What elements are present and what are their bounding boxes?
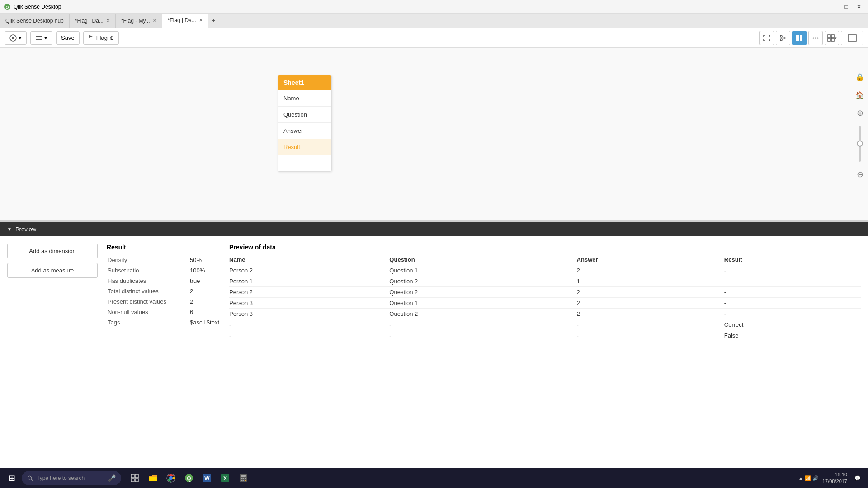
start-button[interactable]: ⊞ bbox=[4, 470, 20, 486]
data-table-cell: - bbox=[389, 330, 576, 341]
svg-text:X: X bbox=[223, 475, 227, 482]
sheet-node-header: Sheet1 bbox=[278, 75, 331, 90]
minimize-button[interactable]: — bbox=[828, 1, 839, 12]
taskbar-apps: Q W X bbox=[127, 470, 251, 486]
panel-icon bbox=[848, 34, 857, 42]
sheet-field-empty bbox=[278, 155, 331, 171]
sheet-node[interactable]: Sheet1 Name Question Answer Result bbox=[278, 75, 332, 172]
time-display: 16:10 bbox=[822, 471, 847, 478]
search-input[interactable] bbox=[37, 475, 104, 481]
add-dimension-button[interactable]: Add as dimension bbox=[7, 244, 98, 258]
qlik-taskbar-button[interactable]: Q bbox=[181, 470, 197, 486]
zoom-slider[interactable] bbox=[859, 126, 861, 162]
stats-value: true bbox=[190, 276, 219, 286]
stats-row: Density50% bbox=[108, 255, 219, 265]
add-measure-button[interactable]: Add as measure bbox=[7, 263, 98, 278]
layout-icon bbox=[796, 34, 803, 42]
resize-bar[interactable] bbox=[0, 220, 868, 222]
data-table-cell: Correct bbox=[724, 319, 861, 330]
preview-header[interactable]: ▼ Preview bbox=[0, 222, 868, 236]
data-table-cell: - bbox=[724, 276, 861, 287]
data-table-row: Person 1Question 21- bbox=[229, 276, 861, 287]
preview-data: Preview of data NameQuestionAnswerResult… bbox=[229, 244, 861, 341]
svg-rect-17 bbox=[828, 35, 830, 38]
data-table-cell: Question 1 bbox=[389, 265, 576, 276]
flag-label: Flag bbox=[96, 34, 108, 41]
data-table-header-row: NameQuestionAnswerResult bbox=[229, 254, 861, 265]
chrome-button[interactable] bbox=[163, 470, 179, 486]
data-table-header-cell: Result bbox=[724, 254, 861, 265]
word-button[interactable]: W bbox=[199, 470, 215, 486]
sheet-title: Sheet1 bbox=[283, 79, 304, 86]
save-label: Save bbox=[61, 34, 75, 41]
tab-flag-da-1[interactable]: *Flag | Da... ✕ bbox=[70, 14, 116, 28]
insight-label: ▾ bbox=[19, 34, 22, 41]
stats-label: Tags bbox=[108, 318, 189, 327]
stats-row: Tags$ascii $text bbox=[108, 318, 219, 327]
zoom-out-icon[interactable]: ⊖ bbox=[854, 169, 865, 180]
data-table-cell: - bbox=[577, 319, 724, 330]
list-view-button[interactable]: ▾ bbox=[30, 31, 52, 45]
close-button[interactable]: ✕ bbox=[854, 1, 864, 12]
tab-flag-da-2-label: *Flag | Da... bbox=[168, 17, 196, 23]
data-table-cell: Person 3 bbox=[229, 298, 389, 309]
maximize-button[interactable]: □ bbox=[841, 1, 852, 12]
list-icon bbox=[35, 34, 42, 42]
panel-button[interactable] bbox=[841, 31, 863, 45]
task-view-button[interactable] bbox=[127, 470, 143, 486]
stats-row: Non-null values6 bbox=[108, 307, 219, 317]
data-table-cell: Question 2 bbox=[389, 276, 576, 287]
stats-value: 50% bbox=[190, 255, 219, 265]
data-table-cell: 1 bbox=[577, 276, 724, 287]
zoom-in-icon[interactable]: ⊕ bbox=[854, 108, 865, 118]
tab-flag-da-2-close[interactable]: ✕ bbox=[199, 18, 203, 23]
sheet-field-question[interactable]: Question bbox=[278, 106, 331, 122]
home-icon[interactable]: 🏠 bbox=[854, 89, 865, 100]
stats-row: Total distinct values2 bbox=[108, 286, 219, 296]
toolbar: ▾ ▾ Save Flag ⊕ bbox=[0, 28, 868, 48]
word-icon: W bbox=[203, 474, 212, 483]
lock-icon[interactable]: 🔒 bbox=[854, 71, 865, 82]
data-table-row: ---False bbox=[229, 330, 861, 341]
stats-label: Total distinct values bbox=[108, 286, 189, 296]
data-preview-title: Preview of data bbox=[229, 244, 861, 251]
flag-add-icon: ⊕ bbox=[109, 35, 114, 41]
sheet-field-answer[interactable]: Answer bbox=[278, 122, 331, 139]
taskbar: ⊞ 🎤 bbox=[0, 468, 868, 488]
svg-rect-26 bbox=[135, 474, 138, 478]
save-button[interactable]: Save bbox=[56, 31, 80, 45]
tab-hub[interactable]: Qlik Sense Desktop hub bbox=[0, 14, 70, 28]
sheet-field-name[interactable]: Name bbox=[278, 90, 331, 106]
excel-button[interactable]: X bbox=[217, 470, 233, 486]
sheet-field-result[interactable]: Result bbox=[278, 139, 331, 155]
stats-value: 2 bbox=[190, 286, 219, 296]
flag-button[interactable]: Flag ⊕ bbox=[83, 31, 119, 45]
tab-flag-my[interactable]: *Flag - My... ✕ bbox=[116, 14, 162, 28]
insight-button[interactable]: ▾ bbox=[5, 31, 27, 45]
tab-flag-my-label: *Flag - My... bbox=[121, 18, 150, 24]
zoom-handle[interactable] bbox=[857, 141, 863, 147]
data-table: NameQuestionAnswerResult Person 2Questio… bbox=[229, 254, 861, 341]
data-table-cell: - bbox=[724, 287, 861, 298]
layout-button[interactable] bbox=[792, 31, 807, 45]
grid-button[interactable]: ▾ bbox=[825, 31, 839, 45]
mic-icon[interactable]: 🎤 bbox=[108, 474, 116, 482]
tab-flag-da-1-close[interactable]: ✕ bbox=[106, 18, 110, 23]
svg-rect-19 bbox=[828, 38, 830, 41]
new-tab-button[interactable]: + bbox=[208, 17, 219, 24]
file-explorer-button[interactable] bbox=[145, 470, 161, 486]
data-table-row: Person 3Question 22- bbox=[229, 309, 861, 319]
tab-flag-da-2[interactable]: *Flag | Da... ✕ bbox=[162, 14, 208, 28]
data-table-cell: 2 bbox=[577, 298, 724, 309]
search-bar[interactable]: 🎤 bbox=[22, 471, 121, 485]
dots-button[interactable] bbox=[808, 31, 823, 45]
notification-button[interactable]: 💬 bbox=[851, 471, 864, 485]
svg-point-15 bbox=[815, 37, 816, 38]
data-table-cell: Person 2 bbox=[229, 265, 389, 276]
svg-point-7 bbox=[780, 35, 782, 37]
excel-icon: X bbox=[221, 474, 230, 483]
calculator-button[interactable] bbox=[235, 470, 251, 486]
scissors-button[interactable] bbox=[776, 31, 790, 45]
tab-flag-my-close[interactable]: ✕ bbox=[153, 18, 156, 23]
fit-width-button[interactable] bbox=[760, 31, 774, 45]
